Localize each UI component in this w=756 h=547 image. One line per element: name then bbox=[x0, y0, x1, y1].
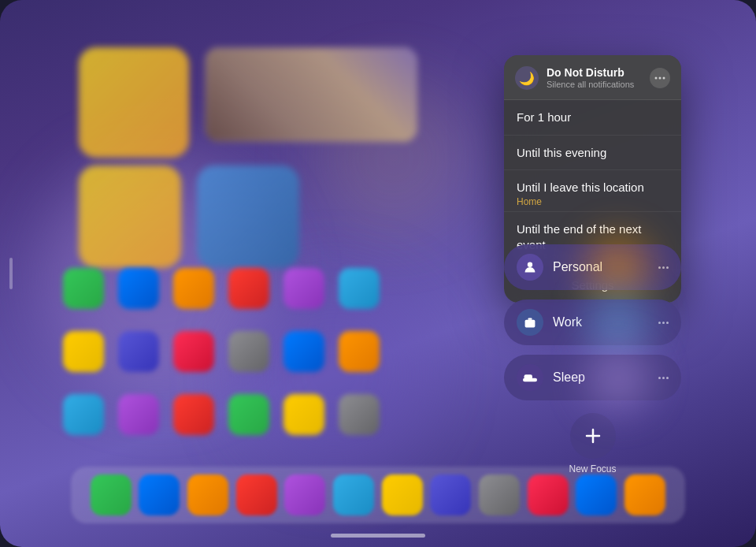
dock-icon-4 bbox=[236, 474, 277, 515]
dock-icon-8 bbox=[430, 474, 471, 515]
dock-icon-2 bbox=[139, 474, 180, 515]
menu-item-until-location-label: Until I leave this location bbox=[517, 180, 644, 194]
personal-focus-more[interactable] bbox=[658, 266, 669, 269]
app-icon-6 bbox=[228, 394, 269, 435]
moon-icon: 🌙 bbox=[519, 71, 535, 86]
app-icon-music bbox=[284, 268, 324, 309]
sleep-icon bbox=[517, 364, 543, 391]
app-icon-reminders bbox=[118, 331, 159, 372]
menu-item-until-evening[interactable]: Until this evening bbox=[504, 136, 681, 171]
focus-title: Do Not Disturb bbox=[547, 66, 650, 80]
svg-point-3 bbox=[528, 262, 532, 267]
svg-point-0 bbox=[655, 77, 658, 80]
sidebar-indicator bbox=[9, 258, 13, 289]
focus-header-text: Do Not Disturb Silence all notifications bbox=[547, 66, 650, 90]
focus-modes-list: Personal Work bbox=[504, 244, 681, 474]
sleep-blob bbox=[587, 347, 650, 410]
work-focus-more[interactable] bbox=[658, 322, 669, 324]
app-icon-photos bbox=[228, 268, 269, 309]
app-icon-5 bbox=[173, 394, 214, 435]
app-icon-mail bbox=[118, 268, 159, 309]
sleep-focus-more[interactable] bbox=[658, 377, 669, 379]
svg-point-2 bbox=[663, 77, 665, 80]
menu-item-for-1-hour[interactable]: For 1 hour bbox=[504, 100, 681, 136]
dock-icon-10 bbox=[528, 474, 569, 515]
new-focus-container[interactable]: New Focus bbox=[504, 413, 681, 474]
app-icon-notes bbox=[63, 331, 104, 372]
svg-rect-4 bbox=[525, 320, 536, 328]
widget-blue-small bbox=[197, 166, 299, 268]
moon-icon-wrapper: 🌙 bbox=[515, 66, 539, 90]
dock-icon-3 bbox=[187, 474, 228, 515]
svg-rect-6 bbox=[524, 374, 533, 379]
app-icon-messages bbox=[63, 268, 104, 309]
personal-focus-button[interactable]: Personal bbox=[504, 244, 681, 290]
widget-yellow-small bbox=[79, 166, 181, 268]
dock-icon-6 bbox=[333, 474, 374, 515]
widget-photo bbox=[205, 47, 417, 142]
menu-item-until-location[interactable]: Until I leave this location Home bbox=[504, 170, 681, 212]
new-focus-circle[interactable] bbox=[570, 413, 616, 459]
work-icon bbox=[517, 309, 543, 336]
app-icons-row-2 bbox=[63, 331, 380, 372]
app-icon-maps bbox=[284, 331, 324, 372]
dock-icon-11 bbox=[576, 474, 617, 515]
app-icons-row-1 bbox=[63, 268, 380, 309]
dock-icon-1 bbox=[91, 474, 132, 515]
app-icon-3 bbox=[63, 394, 104, 435]
app-icon-files bbox=[339, 331, 380, 372]
app-icon-4 bbox=[118, 394, 159, 435]
app-icon-8 bbox=[339, 394, 380, 435]
app-icons-row-3 bbox=[63, 394, 380, 435]
app-icon-calculator bbox=[228, 331, 269, 372]
dock-icon-7 bbox=[382, 474, 423, 515]
app-icon-7 bbox=[284, 394, 324, 435]
home-bar bbox=[331, 534, 425, 538]
dock bbox=[71, 467, 685, 523]
widgets-area bbox=[79, 47, 433, 252]
svg-point-1 bbox=[659, 77, 662, 80]
focus-more-button[interactable] bbox=[650, 68, 670, 88]
new-focus-label: New Focus bbox=[569, 463, 616, 474]
ipad-background: 🌙 Do Not Disturb Silence all notificatio… bbox=[0, 0, 756, 547]
app-icon-podcasts bbox=[173, 331, 214, 372]
dock-icon-5 bbox=[284, 474, 325, 515]
focus-subtitle: Silence all notifications bbox=[547, 80, 650, 90]
app-icon-safari bbox=[173, 268, 214, 309]
personal-icon bbox=[517, 254, 543, 281]
work-focus-button[interactable]: Work bbox=[504, 300, 681, 345]
app-icon-facetime bbox=[339, 268, 380, 309]
dock-icon-12 bbox=[624, 474, 665, 515]
personal-blob bbox=[587, 236, 650, 300]
sleep-focus-button[interactable]: Sleep bbox=[504, 355, 681, 400]
work-blob bbox=[587, 292, 650, 355]
focus-header: 🌙 Do Not Disturb Silence all notificatio… bbox=[504, 55, 681, 100]
dock-icon-9 bbox=[479, 474, 520, 515]
widget-yellow-large bbox=[79, 47, 189, 158]
menu-item-until-location-sub: Home bbox=[517, 196, 669, 209]
